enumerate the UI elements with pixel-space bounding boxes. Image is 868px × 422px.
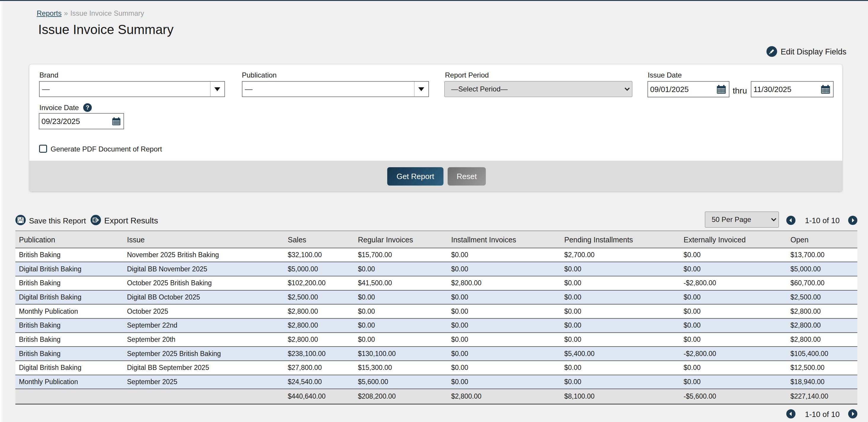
svg-text:?: ? — [86, 104, 89, 111]
